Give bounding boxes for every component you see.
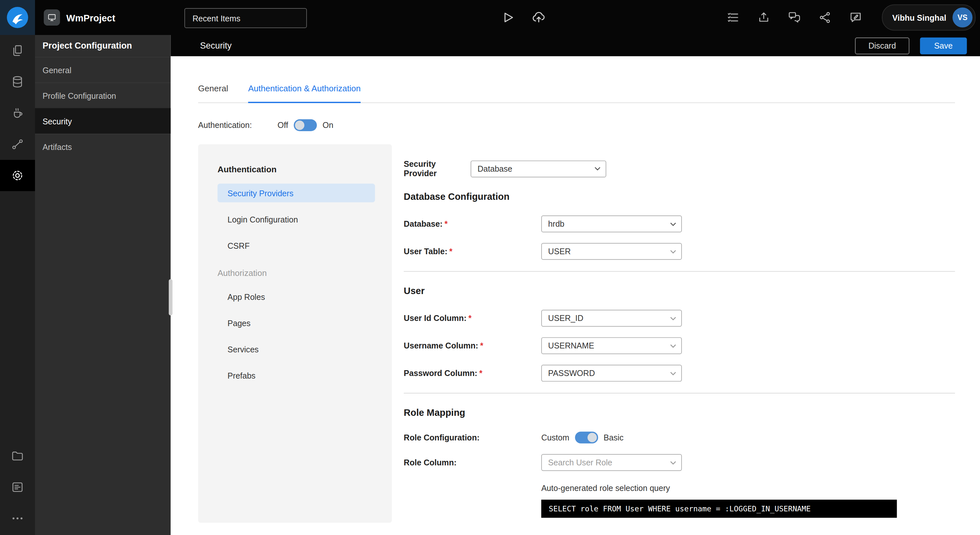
required-asterisk: *	[480, 341, 484, 351]
sidebar-item-general[interactable]: General	[35, 57, 170, 82]
panel-item-services[interactable]: Services	[218, 340, 375, 359]
panel-item-prefabs[interactable]: Prefabs	[218, 366, 375, 385]
java-services-icon[interactable]	[0, 97, 35, 129]
panel-item-csrf[interactable]: CSRF	[218, 236, 375, 255]
chat-icon[interactable]	[786, 10, 802, 25]
section-divider	[404, 393, 955, 394]
toggle-on-label: On	[323, 121, 333, 130]
role-column-select[interactable]: Search User Role	[541, 454, 682, 471]
toggle-basic-label: Basic	[604, 433, 624, 442]
folder-icon[interactable]	[0, 440, 35, 471]
chevron-down-icon	[670, 316, 676, 320]
database-row: Database:* hrdb	[404, 215, 955, 232]
project-name: WmProject	[66, 12, 115, 23]
role-column-row: Role Column: Search User Role	[404, 454, 955, 471]
password-column-label: Password Column:*	[404, 368, 541, 378]
required-asterisk: *	[444, 219, 447, 229]
role-selection-query: SELECT role FROM User WHERE username = :…	[541, 500, 897, 518]
pages-icon[interactable]	[0, 35, 35, 66]
panel-section-authentication: Authentication	[218, 165, 375, 174]
user-id-column-select[interactable]: USER_ID	[541, 310, 682, 327]
user-id-column-row: User Id Column:* USER_ID	[404, 310, 955, 327]
query-caption: Auto-generated role selection query	[541, 484, 955, 493]
required-asterisk: *	[449, 247, 452, 256]
tab-authentication-authorization[interactable]: Authentication & Authorization	[248, 84, 361, 103]
user-id-column-value: USER_ID	[548, 313, 583, 323]
authentication-toggle-row: Authentication: Off On	[198, 119, 955, 131]
authentication-toggle[interactable]	[294, 119, 317, 131]
user-name: Vibhu Singhal	[892, 13, 946, 22]
recent-items-dropdown[interactable]: Recent Items	[185, 8, 307, 28]
sidebar: Project Configuration General Profile Co…	[35, 35, 170, 535]
security-provider-value: Database	[477, 164, 512, 173]
username-column-label: Username Column:*	[404, 341, 541, 351]
more-icon[interactable]	[0, 503, 35, 534]
database-value: hrdb	[548, 219, 564, 229]
sidebar-item-artifacts[interactable]: Artifacts	[35, 134, 170, 159]
discard-button[interactable]: Discard	[855, 37, 909, 54]
page-title: Security	[200, 40, 232, 51]
cloud-upload-button[interactable]	[530, 10, 547, 25]
role-configuration-toggle[interactable]	[575, 432, 598, 444]
user-table-row: User Table:* USER	[404, 243, 955, 260]
topbar-right-actions: Vibhu Singhal VS	[725, 0, 975, 35]
user-table-label: User Table:*	[404, 247, 541, 256]
database-icon[interactable]	[0, 66, 35, 97]
password-column-row: Password Column:* PASSWORD	[404, 365, 955, 381]
security-provider-select[interactable]: Database	[471, 160, 606, 177]
security-nav-panel: Authentication Security Providers Login …	[198, 144, 392, 523]
chevron-down-icon	[670, 460, 676, 464]
panel-item-app-roles[interactable]: App Roles	[218, 287, 375, 306]
tab-general[interactable]: General	[198, 84, 228, 103]
run-play-button[interactable]	[500, 10, 515, 25]
sidebar-item-security[interactable]: Security	[35, 108, 170, 134]
share-icon[interactable]	[817, 10, 833, 25]
app-body: Project Configuration General Profile Co…	[0, 35, 980, 535]
header-actions: Discard Save	[855, 37, 967, 54]
user-menu[interactable]: Vibhu Singhal VS	[881, 4, 975, 30]
password-column-value: PASSWORD	[548, 368, 595, 378]
password-column-select[interactable]: PASSWORD	[541, 365, 682, 381]
project-info: WmProject	[44, 10, 115, 25]
user-table-select[interactable]: USER	[541, 243, 682, 260]
topbar-center-actions	[500, 0, 547, 35]
role-mapping-title: Role Mapping	[404, 407, 955, 418]
security-provider-row: Security Provider Database	[404, 159, 955, 178]
icon-rail	[0, 35, 35, 535]
database-label: Database:*	[404, 219, 541, 229]
panel-item-security-providers[interactable]: Security Providers	[218, 184, 375, 202]
panel-item-login-configuration[interactable]: Login Configuration	[218, 210, 375, 229]
chevron-down-icon	[670, 222, 676, 226]
username-column-row: Username Column:* USERNAME	[404, 337, 955, 354]
logs-icon[interactable]	[0, 471, 35, 503]
toggle-custom-label: Custom	[541, 433, 569, 442]
save-button[interactable]: Save	[920, 37, 967, 54]
toggle-knob	[295, 121, 304, 130]
toggle-off-label: Off	[277, 121, 288, 130]
project-app-icon	[44, 10, 60, 25]
chevron-down-icon	[594, 167, 600, 171]
role-configuration-label: Role Configuration:	[404, 433, 541, 442]
apis-icon[interactable]	[0, 129, 35, 160]
user-table-value: USER	[548, 247, 571, 256]
recent-items-label: Recent Items	[192, 13, 240, 23]
settings-gear-icon[interactable]	[0, 160, 35, 191]
username-column-select[interactable]: USERNAME	[541, 337, 682, 354]
sidebar-resize-handle[interactable]	[169, 279, 173, 316]
rail-bottom-group	[0, 440, 35, 535]
sidebar-item-profile-configuration[interactable]: Profile Configuration	[35, 83, 170, 108]
security-provider-form: Security Provider Database Database Conf…	[392, 144, 955, 518]
feedback-icon[interactable]	[847, 10, 863, 25]
topbar: WmProject Recent Items	[0, 0, 980, 35]
publish-icon[interactable]	[756, 10, 772, 25]
main-area: Security Discard Save General Authentica…	[170, 35, 980, 535]
authentication-label: Authentication:	[198, 121, 277, 130]
database-select[interactable]: hrdb	[541, 215, 682, 232]
toggle-knob	[587, 433, 597, 442]
panel-item-pages[interactable]: Pages	[218, 313, 375, 332]
wavemaker-logo[interactable]	[0, 0, 35, 35]
task-list-icon[interactable]	[725, 10, 741, 25]
app-window: WmProject Recent Items	[0, 0, 980, 535]
panel-section-authorization: Authorization	[218, 268, 375, 278]
user-id-column-label: User Id Column:*	[404, 313, 541, 323]
